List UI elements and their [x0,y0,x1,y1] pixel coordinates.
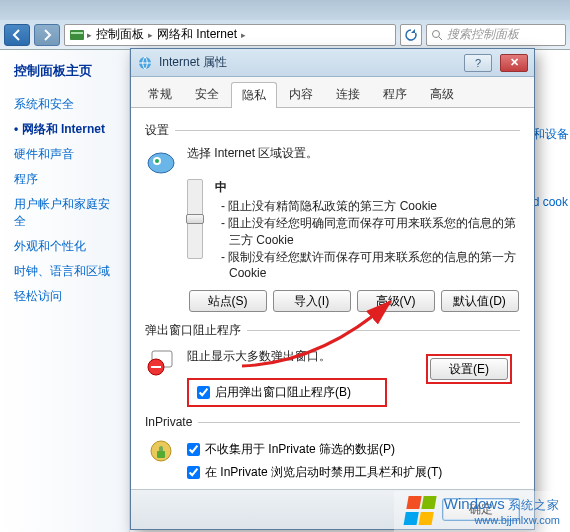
tab-content[interactable]: 内容 [278,81,324,107]
chevron-right-icon: ▸ [241,30,246,40]
breadcrumb-segment[interactable]: 控制面板 [94,26,146,43]
dialog-title: Internet 属性 [159,54,456,71]
forward-button[interactable] [34,24,60,46]
bullet-text: - 限制没有经您默许而保存可用来联系您的信息的第一方 Cookie [221,249,520,280]
import-button[interactable]: 导入(I) [273,290,351,312]
tab-strip: 常规 安全 隐私 内容 连接 程序 高级 [131,77,534,108]
refresh-button[interactable] [400,24,422,46]
slider-thumb[interactable] [186,214,204,224]
slider-level-label: 中 [215,179,520,196]
inprivate-nodata-checkbox[interactable] [187,443,200,456]
sidebar: 控制面板主页 系统和安全 网络和 Internet 硬件和声音 程序 用户帐户和… [0,50,130,532]
slider-description: 中 - 阻止没有精简隐私政策的第三方 Cookie - 阻止没有经您明确同意而保… [215,179,520,280]
window-titlebar [0,0,570,20]
settings-group-header: 设置 [145,122,520,139]
default-button[interactable]: 默认值(D) [441,290,519,312]
svg-rect-13 [157,451,165,458]
svg-rect-10 [151,366,161,368]
zone-icon [145,147,177,179]
sidebar-item-programs[interactable]: 程序 [14,167,121,192]
dialog-titlebar[interactable]: Internet 属性 ? ✕ [131,49,534,77]
svg-rect-1 [71,32,83,34]
enable-popup-blocker-label: 启用弹出窗口阻止程序(B) [215,384,351,401]
inprivate-nodata-label: 不收集用于 InPrivate 筛选的数据(P) [205,441,395,458]
close-button[interactable]: ✕ [500,54,528,72]
breadcrumb-segment[interactable]: 网络和 Internet [155,26,239,43]
sidebar-item-appearance[interactable]: 外观和个性化 [14,234,121,259]
sidebar-item-ease[interactable]: 轻松访问 [14,284,121,309]
tab-general[interactable]: 常规 [137,81,183,107]
sidebar-item-clock[interactable]: 时钟、语言和区域 [14,259,121,284]
peek-text: i和设备 [530,120,570,149]
svg-point-2 [433,30,440,37]
sites-button[interactable]: 站点(S) [189,290,267,312]
inprivate-header-text: InPrivate [145,415,192,429]
background-page-peek: i和设备 id cook [530,120,570,215]
popup-header-text: 弹出窗口阻止程序 [145,322,241,339]
sidebar-item-accounts[interactable]: 用户帐户和家庭安全 [14,192,121,234]
watermark-url: www.bjjmlxw.com [444,514,560,526]
inprivate-icon [145,435,177,467]
search-input[interactable]: 搜索控制面板 [426,24,566,46]
bullet-text: - 阻止没有精简隐私政策的第三方 Cookie [221,198,520,215]
bullet-text: - 阻止没有经您明确同意而保存可用来联系您的信息的第三方 Cookie [221,215,520,249]
svg-rect-0 [70,30,84,40]
breadcrumb[interactable]: ▸ 控制面板 ▸ 网络和 Internet ▸ [64,24,396,46]
highlight-settings: 设置(E) [426,354,512,384]
internet-properties-dialog: Internet 属性 ? ✕ 常规 安全 隐私 内容 连接 程序 高级 设置 [130,48,535,530]
windows-logo-icon [403,496,438,526]
svg-point-7 [155,159,159,163]
tab-security[interactable]: 安全 [184,81,230,107]
popup-group-header: 弹出窗口阻止程序 [145,322,520,339]
enable-popup-blocker-checkbox[interactable] [197,386,210,399]
watermark-sub: 系统之家 [508,498,560,512]
privacy-level-slider[interactable] [187,179,203,259]
popup-blocker-icon [145,346,177,378]
sidebar-title[interactable]: 控制面板主页 [14,62,121,80]
sidebar-item-network[interactable]: 网络和 Internet [14,117,121,142]
internet-icon [137,55,153,71]
sidebar-item-hardware[interactable]: 硬件和声音 [14,142,121,167]
inprivate-disable-ext-checkbox[interactable] [187,466,200,479]
help-button[interactable]: ? [464,54,492,72]
address-bar: ▸ 控制面板 ▸ 网络和 Internet ▸ 搜索控制面板 [0,20,570,50]
advanced-button[interactable]: 高级(V) [357,290,435,312]
tab-programs[interactable]: 程序 [372,81,418,107]
sidebar-item-system[interactable]: 系统和安全 [14,92,121,117]
peek-text: id cook [530,189,570,215]
popup-description: 阻止显示大多数弹出窗口。 [187,346,331,378]
search-placeholder: 搜索控制面板 [447,26,519,43]
breadcrumb-icon [69,27,85,43]
inprivate-group-header: InPrivate [145,415,520,429]
settings-description: 选择 Internet 区域设置。 [187,145,318,171]
watermark-brand: Windows [444,495,505,512]
settings-header-text: 设置 [145,122,169,139]
tab-privacy[interactable]: 隐私 [231,82,277,108]
chevron-right-icon: ▸ [87,30,92,40]
tab-advanced[interactable]: 高级 [419,81,465,107]
tab-connections[interactable]: 连接 [325,81,371,107]
dialog-body: 设置 选择 Internet 区域设置。 中 - 阻止没有精简隐私政策的第三方 … [131,108,534,489]
inprivate-disable-ext-label: 在 InPrivate 浏览启动时禁用工具栏和扩展(T) [205,464,442,481]
highlight-enable-popup: 启用弹出窗口阻止程序(B) [187,378,387,407]
watermark: Windows 系统之家 www.bjjmlxw.com [394,491,570,532]
chevron-right-icon: ▸ [148,30,153,40]
search-icon [431,29,443,41]
back-button[interactable] [4,24,30,46]
popup-settings-button[interactable]: 设置(E) [430,358,508,380]
